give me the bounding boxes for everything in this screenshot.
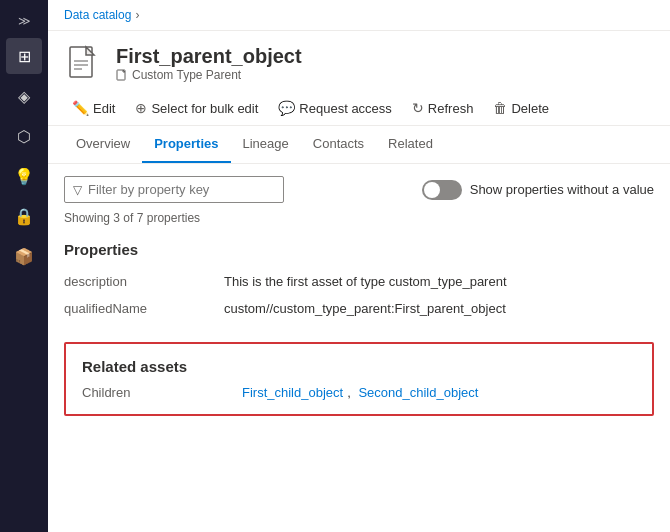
plus-circle-icon: ⊕ xyxy=(135,100,147,116)
bulk-edit-button[interactable]: ⊕ Select for bulk edit xyxy=(127,95,266,121)
catalog-icon: 📦 xyxy=(14,247,34,266)
related-assets-title: Related assets xyxy=(82,358,636,375)
sidebar-item-purview[interactable]: ◈ xyxy=(6,78,42,114)
toggle-wrap: Show properties without a value xyxy=(422,180,654,200)
edit-icon: ✏️ xyxy=(72,100,89,116)
main-content: Data catalog › First_parent_object Custo… xyxy=(48,0,670,532)
filter-row: ▽ Show properties without a value xyxy=(64,176,654,203)
related-row: Children First_child_object, Second_chil… xyxy=(82,385,636,400)
refresh-button[interactable]: ↻ Refresh xyxy=(404,95,482,121)
child-link-2[interactable]: Second_child_object xyxy=(358,385,478,400)
toggle-label: Show properties without a value xyxy=(470,182,654,197)
related-links: First_child_object, Second_child_object xyxy=(242,385,478,400)
page-subtitle-text: Custom Type Parent xyxy=(132,68,241,82)
sidebar-item-insights[interactable]: 💡 xyxy=(6,158,42,194)
sidebar: ≫ ⊞ ◈ ⬡ 💡 🔒 📦 xyxy=(0,0,48,532)
shield-icon: 🔒 xyxy=(14,207,34,226)
edit-label: Edit xyxy=(93,101,115,116)
prop-key: description xyxy=(64,268,224,295)
related-label: Children xyxy=(82,385,242,400)
sidebar-item-security[interactable]: 🔒 xyxy=(6,198,42,234)
showing-text: Showing 3 of 7 properties xyxy=(64,211,654,225)
request-access-button[interactable]: 💬 Request access xyxy=(270,95,400,121)
sidebar-item-settings[interactable]: ⬡ xyxy=(6,118,42,154)
refresh-icon: ↻ xyxy=(412,100,424,116)
page-title: First_parent_object xyxy=(116,44,302,68)
page-subtitle: Custom Type Parent xyxy=(116,68,302,82)
sidebar-item-apps[interactable]: ⊞ xyxy=(6,38,42,74)
tab-properties[interactable]: Properties xyxy=(142,126,230,163)
toolbar: ✏️ Edit ⊕ Select for bulk edit 💬 Request… xyxy=(48,91,670,126)
related-assets-box: Related assets Children First_child_obje… xyxy=(64,342,654,416)
table-row: qualifiedName custom//custom_type_parent… xyxy=(64,295,654,322)
tab-lineage[interactable]: Lineage xyxy=(231,126,301,163)
filter-icon: ▽ xyxy=(73,183,82,197)
settings-icon: ⬡ xyxy=(17,127,31,146)
page-title-block: First_parent_object Custom Type Parent xyxy=(116,44,302,82)
tab-contacts[interactable]: Contacts xyxy=(301,126,376,163)
tabs: Overview Properties Lineage Contacts Rel… xyxy=(48,126,670,164)
purview-icon: ◈ xyxy=(18,87,30,106)
page-header: First_parent_object Custom Type Parent xyxy=(48,31,670,91)
tab-related[interactable]: Related xyxy=(376,126,445,163)
delete-button[interactable]: 🗑 Delete xyxy=(485,95,557,121)
sidebar-collapse-btn[interactable]: ≫ xyxy=(12,8,37,34)
properties-table: description This is the first asset of t… xyxy=(64,268,654,322)
table-row: description This is the first asset of t… xyxy=(64,268,654,295)
link-separator: , xyxy=(347,385,354,400)
properties-toggle[interactable] xyxy=(422,180,462,200)
delete-label: Delete xyxy=(511,101,549,116)
breadcrumb-separator: › xyxy=(135,8,139,22)
content-area: ▽ Show properties without a value Showin… xyxy=(48,164,670,532)
insights-icon: 💡 xyxy=(14,167,34,186)
refresh-label: Refresh xyxy=(428,101,474,116)
comment-icon: 💬 xyxy=(278,100,295,116)
prop-value: This is the first asset of type custom_t… xyxy=(224,268,654,295)
child-link-1[interactable]: First_child_object xyxy=(242,385,343,400)
properties-section-title: Properties xyxy=(64,241,654,258)
request-access-label: Request access xyxy=(299,101,392,116)
filter-input-wrap[interactable]: ▽ xyxy=(64,176,284,203)
doc-icon xyxy=(116,69,128,81)
apps-icon: ⊞ xyxy=(18,47,31,66)
page-icon xyxy=(64,43,104,83)
breadcrumb-link[interactable]: Data catalog xyxy=(64,8,131,22)
filter-input[interactable] xyxy=(88,182,275,197)
trash-icon: 🗑 xyxy=(493,100,507,116)
breadcrumb: Data catalog › xyxy=(48,0,670,31)
prop-key: qualifiedName xyxy=(64,295,224,322)
toggle-knob xyxy=(424,182,440,198)
bulk-edit-label: Select for bulk edit xyxy=(151,101,258,116)
edit-button[interactable]: ✏️ Edit xyxy=(64,95,123,121)
prop-value: custom//custom_type_parent:First_parent_… xyxy=(224,295,654,322)
tab-overview[interactable]: Overview xyxy=(64,126,142,163)
sidebar-item-catalog[interactable]: 📦 xyxy=(6,238,42,274)
